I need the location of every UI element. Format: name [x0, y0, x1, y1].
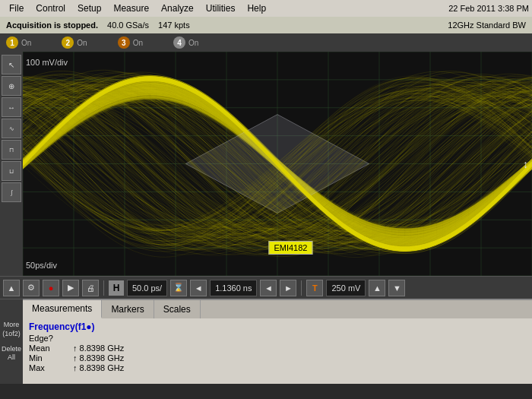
tool-measure[interactable]: ∫ — [2, 182, 21, 202]
bottom-controls: ▲ ⚙ ● ▶ 🖨 H 50.0 ps/ ⌛ ◄ 1.1360 ns ◄ ► T… — [0, 276, 532, 299]
separator-1 — [103, 280, 104, 296]
tool-wave2[interactable]: ⊓ — [2, 140, 21, 160]
acq-status: Acquisition is stopped. — [6, 21, 98, 30]
measurements-panel: Measurements Markers Scales Frequency(f1… — [23, 299, 532, 384]
oscilloscope-display: 100 mV/div 50ps/div EMI4182 — [23, 52, 532, 276]
channel-4-indicator[interactable]: 4 On — [173, 36, 198, 49]
freq-subtitle: Edge? — [29, 334, 53, 343]
freq-max-row: Max ↑ 8.8398 GHz — [29, 363, 526, 372]
settings-icon[interactable]: ⚙ — [23, 280, 40, 296]
voltage-per-div-label: 100 mV/div — [26, 58, 68, 67]
menu-utilities[interactable]: Utilities — [200, 2, 242, 15]
play-btn[interactable]: ▶ — [62, 280, 79, 296]
left-bottom-toolbar: More (1of2) Delete All — [0, 299, 23, 384]
more-button[interactable]: More (1of2) — [2, 321, 21, 338]
freq-min-row: Min ↑ 8.8398 GHz — [29, 353, 526, 363]
right-scroll[interactable]: ► — [280, 280, 296, 296]
ch1-state: On — [21, 39, 31, 47]
freq-subtitle-row: Edge? — [29, 334, 526, 343]
print-btn[interactable]: 🖨 — [82, 280, 99, 296]
volt-value: 250 mV — [326, 280, 366, 296]
record-btn[interactable]: ● — [43, 280, 59, 296]
tool-pan[interactable]: ↔ — [2, 97, 21, 117]
menu-file[interactable]: File — [3, 2, 30, 15]
menu-control[interactable]: Control — [30, 2, 71, 15]
max-value: ↑ 8.8398 GHz — [73, 363, 124, 372]
ch1-circle: 1 — [6, 36, 18, 49]
mean-label: Mean — [29, 344, 67, 353]
full-bottom-panel: More (1of2) Delete All Measurements Mark… — [0, 299, 532, 384]
measurement-tabs: Measurements Markers Scales — [23, 300, 532, 318]
channel-bar: 1 On 2 On 3 On 4 On — [0, 33, 532, 52]
freq-mean-row: Mean ↑ 8.8398 GHz — [29, 344, 526, 353]
bandwidth-label: 12GHz Standard BW — [448, 21, 526, 30]
channel-2-indicator[interactable]: 2 On — [62, 36, 87, 49]
channel-1-indicator[interactable]: 1 On — [6, 36, 31, 49]
frequency-title: Frequency(f1●) — [29, 321, 526, 332]
delete-all-button[interactable]: Delete All — [2, 345, 21, 363]
tab-measurements[interactable]: Measurements — [23, 300, 102, 318]
ch4-circle: 4 — [173, 36, 185, 49]
ch2-state: On — [77, 39, 87, 47]
min-value: ↑ 8.8398 GHz — [73, 353, 124, 363]
menu-measure[interactable]: Measure — [107, 2, 155, 15]
oscilloscope-main: ↖ ⊕ ↔ ∿ ⊓ ⊔ ∫ 100 mV/div 50ps/div EMI418… — [0, 52, 532, 276]
datetime-display: 22 Feb 2011 3:38 PM — [448, 4, 529, 13]
separator-2 — [301, 280, 302, 296]
tool-zoom[interactable]: ⊕ — [2, 76, 21, 96]
horizontal-label: H — [109, 280, 124, 296]
mean-value: ↑ 8.8398 GHz — [73, 344, 124, 353]
sample-rate: 40.0 GSa/s — [107, 21, 149, 30]
acquisition-bar: Acquisition is stopped. 40.0 GSa/s 147 k… — [0, 17, 532, 33]
ch3-circle: 3 — [118, 36, 130, 49]
menu-analyze[interactable]: Analyze — [155, 2, 200, 15]
menu-setup[interactable]: Setup — [71, 2, 107, 15]
memory-depth: 147 kpts — [158, 21, 190, 30]
min-label: Min — [29, 353, 67, 363]
time-div-value: 50.0 ps/ — [127, 280, 167, 296]
tool-wave3[interactable]: ⊔ — [2, 161, 21, 181]
max-label: Max — [29, 363, 67, 372]
measurement-content: Frequency(f1●) Edge? Mean ↑ 8.8398 GHz M… — [23, 318, 532, 376]
tool-cursor[interactable]: ↖ — [2, 55, 21, 74]
ch3-state: On — [133, 39, 143, 47]
delay-icon[interactable]: ⌛ — [170, 280, 187, 296]
menu-bar: File Control Setup Measure Analyze Utili… — [0, 0, 532, 17]
menu-help[interactable]: Help — [241, 2, 272, 15]
ch2-circle: 2 — [62, 36, 74, 49]
time-per-div-label: 50ps/div — [26, 261, 57, 270]
tab-scales[interactable]: Scales — [154, 300, 201, 318]
down-scroll[interactable]: ▼ — [388, 280, 405, 296]
channel-3-indicator[interactable]: 3 On — [118, 36, 143, 49]
ch4-state: On — [188, 39, 198, 47]
left-scroll[interactable]: ◄ — [260, 280, 277, 296]
tab-markers[interactable]: Markers — [102, 300, 154, 318]
left-arrow-btn[interactable]: ◄ — [190, 280, 207, 296]
up-arrow-btn[interactable]: ▲ — [3, 280, 20, 296]
emi-label: EMI4182 — [268, 241, 312, 255]
left-toolbar: ↖ ⊕ ↔ ∿ ⊓ ⊔ ∫ — [0, 52, 23, 276]
time-position-value: 1.1360 ns — [210, 280, 257, 296]
trigger-icon[interactable]: T — [306, 280, 323, 296]
up-scroll[interactable]: ▲ — [369, 280, 385, 296]
tool-wave1[interactable]: ∿ — [2, 119, 21, 138]
